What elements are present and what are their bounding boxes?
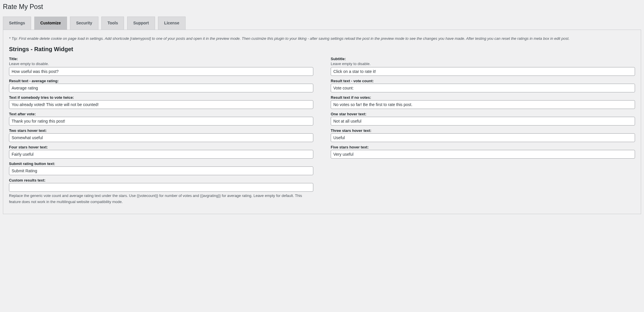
title-input[interactable] — [9, 67, 313, 76]
no-votes-input[interactable] — [331, 100, 635, 109]
tab-content: * Tip: First enable delete cookie on pag… — [3, 30, 641, 214]
five-stars-input[interactable] — [331, 150, 635, 159]
after-vote-label: Text after vote: — [9, 112, 313, 116]
one-star-input[interactable] — [331, 117, 635, 125]
submit-btn-input[interactable] — [9, 166, 313, 175]
result-count-label: Result text - vote count: — [331, 79, 635, 83]
vote-twice-input[interactable] — [9, 100, 313, 109]
one-star-label: One star hover text: — [331, 112, 635, 116]
tab-support[interactable]: Support — [127, 17, 155, 30]
right-column: Subtitle: Leave empty to disable. Result… — [331, 57, 635, 208]
tab-bar: Settings Customize Security Tools Suppor… — [3, 17, 641, 30]
title-label: Title: — [9, 57, 313, 61]
left-column: Title: Leave empty to disable. Result te… — [9, 57, 313, 208]
tab-customize[interactable]: Customize — [34, 17, 67, 30]
tip-text: * Tip: First enable delete cookie on pag… — [9, 36, 635, 42]
custom-results-label: Custom results text: — [9, 178, 313, 182]
vote-twice-label: Text if somebody tries to vote twice: — [9, 95, 313, 100]
tab-tools[interactable]: Tools — [101, 17, 124, 30]
subtitle-hint: Leave empty to disable. — [331, 62, 635, 66]
two-stars-input[interactable] — [9, 133, 313, 142]
result-avg-input[interactable] — [9, 84, 313, 92]
result-count-input[interactable] — [331, 84, 635, 92]
tab-settings[interactable]: Settings — [3, 17, 31, 30]
three-stars-label: Three stars hover text: — [331, 128, 635, 133]
subtitle-input[interactable] — [331, 67, 635, 76]
result-avg-label: Result text - average rating: — [9, 79, 313, 83]
tab-security[interactable]: Security — [70, 17, 98, 30]
three-stars-input[interactable] — [331, 133, 635, 142]
four-stars-input[interactable] — [9, 150, 313, 159]
submit-btn-label: Submit rating button text: — [9, 162, 313, 166]
two-stars-label: Two stars hover text: — [9, 128, 313, 133]
title-hint: Leave empty to disable. — [9, 62, 313, 66]
no-votes-label: Result text if no votes: — [331, 95, 635, 100]
custom-results-hint: Replace the generic vote count and avera… — [9, 193, 313, 205]
five-stars-label: Five stars hover text: — [331, 145, 635, 149]
after-vote-input[interactable] — [9, 117, 313, 125]
page-title: Rate My Post — [3, 0, 641, 17]
custom-results-input[interactable] — [9, 183, 313, 192]
subtitle-label: Subtitle: — [331, 57, 635, 61]
four-stars-label: Four stars hover text: — [9, 145, 313, 149]
section-title: Strings - Rating Widget — [9, 46, 635, 53]
tab-license[interactable]: License — [158, 17, 185, 30]
